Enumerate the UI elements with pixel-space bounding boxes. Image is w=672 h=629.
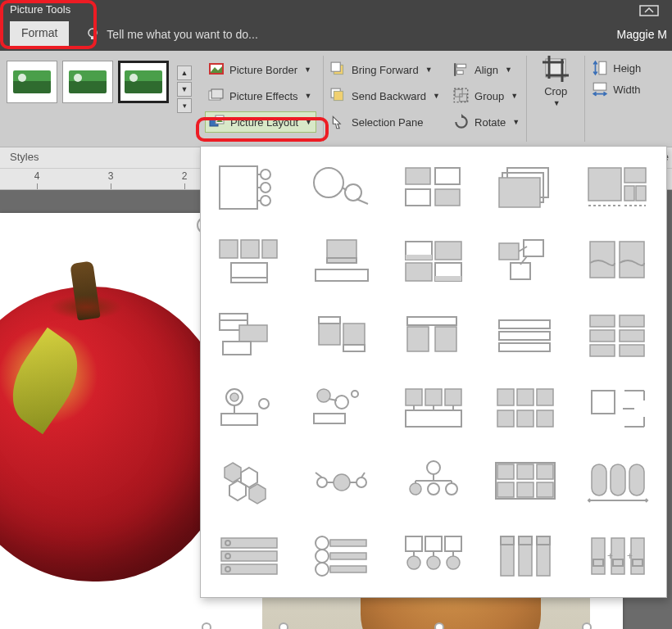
svg-rect-57 (435, 242, 461, 260)
svg-rect-175 (611, 538, 624, 574)
styles-scroll-down[interactable]: ▼ (177, 82, 192, 97)
selection-handle[interactable] (279, 622, 288, 629)
svg-point-122 (317, 477, 327, 487)
layout-option-11[interactable] (207, 302, 291, 368)
picture-style-option-3-selected[interactable] (118, 61, 169, 103)
bring-forward-label: Bring Forward (352, 64, 419, 76)
user-name-label[interactable]: Maggie M (617, 28, 667, 41)
layout-option-22[interactable] (299, 450, 383, 515)
layout-option-1[interactable] (207, 155, 291, 220)
svg-rect-53 (327, 240, 356, 263)
svg-rect-36 (435, 168, 460, 184)
svg-point-27 (261, 196, 270, 206)
svg-rect-170 (537, 536, 550, 576)
layout-option-23[interactable] (392, 450, 475, 515)
selection-pane-icon (330, 115, 347, 129)
svg-point-134 (446, 483, 457, 495)
svg-rect-35 (406, 168, 430, 184)
chevron-down-icon: ▼ (425, 66, 433, 74)
selection-handle[interactable] (582, 622, 592, 629)
layout-option-30[interactable]: ++ (576, 523, 660, 589)
picture-effects-button[interactable]: Picture Effects ▼ (205, 85, 316, 106)
layout-option-27[interactable] (299, 523, 383, 589)
layout-option-25[interactable] (576, 450, 660, 515)
svg-rect-112 (592, 391, 615, 414)
layout-option-2[interactable] (299, 155, 383, 220)
svg-rect-41 (499, 178, 540, 207)
layout-option-21[interactable] (207, 450, 291, 515)
chevron-down-icon: ▼ (305, 92, 312, 100)
svg-point-153 (316, 536, 329, 550)
styles-scroll-up[interactable]: ▲ (177, 66, 192, 80)
layout-option-13[interactable] (392, 302, 475, 368)
collapse-ribbon-icon[interactable] (639, 5, 659, 16)
layout-option-8[interactable] (392, 229, 475, 294)
align-button[interactable]: Align ▼ (453, 59, 520, 80)
crop-icon (539, 54, 572, 84)
svg-rect-107 (517, 389, 534, 405)
svg-text:+: + (627, 550, 633, 562)
layout-option-17[interactable] (299, 376, 383, 441)
svg-rect-110 (517, 410, 534, 427)
send-backward-label: Send Backward (352, 90, 426, 102)
leaf-shape (0, 328, 94, 434)
rotate-button[interactable]: Rotate ▼ (453, 111, 520, 133)
apple-image[interactable] (0, 287, 229, 581)
layout-option-9[interactable] (484, 229, 567, 294)
size-group: Heigh Width (585, 51, 647, 147)
layout-option-3[interactable] (392, 155, 475, 220)
picture-style-option-1[interactable] (7, 61, 57, 103)
layout-option-15[interactable] (576, 302, 660, 368)
layout-option-5[interactable] (576, 155, 660, 220)
height-field[interactable]: Heigh (592, 61, 641, 75)
crop-button[interactable]: Crop ▼ (539, 54, 572, 107)
svg-point-124 (356, 477, 366, 487)
svg-marker-118 (225, 463, 241, 482)
svg-rect-81 (499, 332, 550, 340)
layout-option-29[interactable] (484, 523, 567, 589)
layout-option-6[interactable] (207, 229, 291, 294)
selection-pane-button[interactable]: Selection Pane (330, 111, 440, 133)
picture-layout-button[interactable]: Picture Layout ▼ (205, 111, 316, 133)
styles-more[interactable]: ▾ (177, 98, 192, 113)
layout-option-12[interactable] (299, 302, 383, 368)
svg-point-1 (89, 29, 97, 37)
layout-option-20[interactable] (576, 376, 660, 441)
svg-rect-11 (331, 62, 340, 71)
width-field[interactable]: Width (592, 82, 641, 97)
bring-forward-button[interactable]: Bring Forward ▼ (330, 59, 440, 80)
picture-border-button[interactable]: Picture Border ▼ (205, 59, 316, 80)
svg-rect-50 (262, 240, 277, 258)
layout-option-19[interactable] (484, 376, 567, 441)
picture-style-option-2[interactable] (62, 61, 113, 103)
layout-option-10[interactable] (576, 229, 660, 294)
svg-rect-158 (330, 566, 366, 572)
svg-rect-108 (537, 389, 553, 405)
width-icon (592, 82, 608, 97)
width-label: Width (613, 84, 640, 96)
selection-handle[interactable] (202, 622, 211, 629)
tab-format[interactable]: Format (10, 21, 69, 48)
group-button[interactable]: Group ▼ (453, 85, 520, 106)
layout-option-26[interactable] (207, 523, 291, 589)
svg-point-25 (261, 170, 270, 179)
selection-handle[interactable] (434, 622, 444, 629)
layout-option-14[interactable] (484, 302, 567, 368)
ruler-tick: 4 (0, 170, 74, 182)
svg-point-162 (407, 556, 420, 569)
layout-option-7[interactable] (299, 229, 383, 294)
svg-rect-154 (330, 540, 366, 546)
svg-rect-74 (343, 324, 365, 345)
svg-point-98 (352, 391, 358, 397)
svg-rect-55 (316, 269, 368, 281)
chevron-down-icon: ▼ (512, 118, 520, 126)
layout-option-18[interactable] (392, 376, 475, 441)
tab-strip: Picture Tools Format Tell me what you wa… (0, 18, 672, 51)
layout-option-16[interactable] (207, 376, 291, 441)
layout-option-24[interactable] (484, 450, 567, 515)
send-backward-button[interactable]: Send Backward ▼ (330, 85, 440, 106)
layout-option-4[interactable] (484, 155, 567, 220)
layout-option-28[interactable] (392, 523, 475, 589)
tell-me-search[interactable]: Tell me what you want to do... (85, 27, 257, 42)
svg-rect-101 (445, 389, 461, 405)
